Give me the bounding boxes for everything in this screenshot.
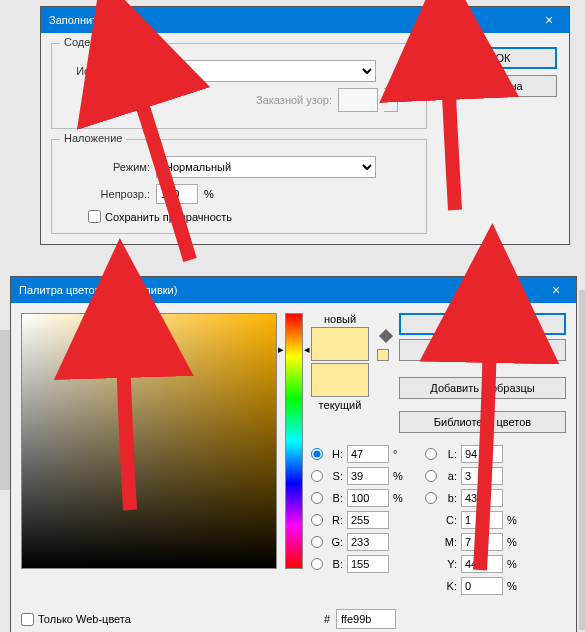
hex-label: # [324, 613, 330, 625]
opacity-input[interactable] [156, 184, 198, 204]
close-icon[interactable]: × [536, 277, 576, 303]
a-radio[interactable] [425, 470, 437, 482]
opacity-unit: % [204, 188, 214, 200]
a-input[interactable] [461, 467, 503, 485]
lb-input[interactable] [461, 489, 503, 507]
h-radio[interactable] [311, 448, 323, 460]
k-input[interactable] [461, 577, 503, 595]
color-field-marker [117, 309, 127, 319]
overlay-fieldset: Наложение Режим: Нормальный Непрозр.: % … [51, 139, 427, 234]
pattern-dropdown-icon [384, 88, 398, 112]
s-input[interactable] [347, 467, 389, 485]
gamut-swatch[interactable] [377, 349, 389, 361]
mode-select[interactable]: Нормальный [156, 156, 376, 178]
h-input[interactable] [347, 445, 389, 463]
mode-label: Режим: [60, 161, 150, 173]
l-radio[interactable] [425, 448, 437, 460]
c-input[interactable] [461, 511, 503, 529]
fill-dialog: Заполнить × Содержимое Использовать: Цве… [40, 6, 570, 245]
r-radio[interactable] [311, 514, 323, 526]
picker-ok-button[interactable]: ОК [399, 313, 566, 335]
fill-title: Заполнить [49, 14, 103, 26]
new-label: новый [324, 313, 356, 325]
l-input[interactable] [461, 445, 503, 463]
bb-input[interactable] [347, 555, 389, 573]
pattern-swatch [338, 88, 378, 112]
lb-radio[interactable] [425, 492, 437, 504]
hue-pointer-icon: ◂ [304, 343, 310, 356]
overlay-legend: Наложение [60, 132, 126, 144]
picker-cancel-button[interactable]: Отмена [399, 339, 566, 361]
add-swatch-button[interactable]: Добавить в образцы [399, 377, 566, 399]
ok-button[interactable]: ОК [449, 47, 557, 69]
b-radio[interactable] [311, 492, 323, 504]
pattern-label: Заказной узор: [242, 94, 332, 106]
color-field[interactable] [21, 313, 277, 569]
current-label: текущий [319, 399, 362, 411]
m-input[interactable] [461, 533, 503, 551]
color-libraries-button[interactable]: Библиотеки цветов [399, 411, 566, 433]
gamut-warning-icon[interactable] [379, 329, 393, 343]
g-radio[interactable] [311, 536, 323, 548]
bv-input[interactable] [347, 489, 389, 507]
cancel-button[interactable]: Отмена [449, 75, 557, 97]
color-picker-dialog: Палитра цветов (цвет заливки) × ▸ ◂ новы… [10, 276, 577, 632]
y-input[interactable] [461, 555, 503, 573]
use-label: Использовать: [60, 65, 150, 77]
hex-input[interactable] [336, 609, 396, 629]
preserve-label: Сохранить прозрачность [105, 211, 232, 223]
content-legend: Содержимое [60, 36, 134, 48]
bb-radio[interactable] [311, 558, 323, 570]
g-input[interactable] [347, 533, 389, 551]
fill-titlebar: Заполнить × [41, 7, 569, 33]
preserve-checkbox[interactable] [88, 210, 101, 223]
use-select[interactable]: Цвет... [156, 60, 376, 82]
close-icon[interactable]: × [529, 7, 569, 33]
r-input[interactable] [347, 511, 389, 529]
new-color-swatch [311, 327, 369, 361]
content-fieldset: Содержимое Использовать: Цвет... Заказно… [51, 43, 427, 129]
s-radio[interactable] [311, 470, 323, 482]
picker-title: Палитра цветов (цвет заливки) [19, 284, 177, 296]
opacity-label: Непрозр.: [60, 188, 150, 200]
picker-titlebar: Палитра цветов (цвет заливки) × [11, 277, 576, 303]
web-only-checkbox[interactable] [21, 613, 34, 626]
hue-pointer-icon: ▸ [278, 343, 284, 356]
current-color-swatch[interactable] [311, 363, 369, 397]
hue-slider[interactable] [285, 313, 303, 569]
web-only-label: Только Web-цвета [38, 613, 131, 625]
